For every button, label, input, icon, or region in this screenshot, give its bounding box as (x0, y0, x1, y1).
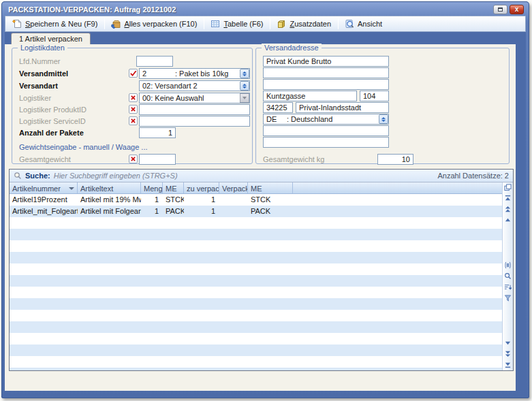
address-group-label: Versandadresse (262, 44, 322, 52)
cell-artikelnummer: Artikel_mit_Folgeartikel (10, 206, 78, 217)
tab-page: Logistikdaten Lfd.Nummer Versandmittel 2… (5, 44, 516, 391)
address-name1-input[interactable]: Privat Kunde Brutto (263, 56, 389, 67)
street-row: Kuntzgasse 104 (256, 91, 509, 101)
table-button[interactable]: Tabelle (F6) (206, 16, 268, 31)
cell-artikeltext: Artikel mit 19% MwSt. (78, 194, 141, 206)
dropdown-arrow-icon[interactable] (240, 93, 249, 103)
sort-icon[interactable] (504, 283, 512, 291)
tab-artikel-verpacken[interactable]: 1 Artikel verpacken (11, 33, 91, 44)
address-name3-input[interactable] (263, 79, 389, 90)
total-weight-label: Gesamtgewicht kg (263, 155, 324, 163)
previous-row-icon[interactable] (504, 216, 512, 224)
street-input[interactable]: Kuntzgasse (263, 91, 357, 101)
zip-input[interactable]: 34225 (263, 102, 293, 113)
cell-artikeltext: Artikel mit Folgeartikel (78, 206, 141, 217)
address-extra2-input[interactable] (263, 137, 389, 148)
restore-button[interactable] (493, 5, 507, 14)
spinner-icon[interactable] (240, 81, 249, 91)
next-page-icon[interactable] (504, 350, 512, 357)
produktid-clear-button[interactable] (129, 105, 138, 114)
gesamtgewicht-clear-button[interactable] (129, 155, 138, 163)
anzahl-pakete-input[interactable]: 1 (139, 127, 176, 138)
total-weight-row: Gesamtgewicht kg 10 (256, 154, 509, 165)
extra-data-button[interactable]: Zusatzdaten (272, 16, 336, 31)
toolbar-separator (338, 18, 339, 29)
versandart-combo[interactable]: 02: Versandart 2 (139, 80, 250, 91)
grid-search-row: Suche: Hier Suchbegriff eingeben (STRG+S… (10, 170, 513, 182)
extra-data-label: Zusatzdaten (290, 20, 331, 28)
produktid-label: Logistiker ProduktID (19, 106, 87, 114)
spinner-icon[interactable] (379, 114, 388, 124)
tab-strip: 1 Artikel verpacken (5, 32, 526, 44)
column-header-me2[interactable]: ME (248, 182, 293, 193)
pack-all-button[interactable]: Alles verpacken (F10) (107, 16, 202, 31)
column-header-me[interactable]: ME (163, 182, 184, 193)
next-row-icon[interactable] (504, 339, 512, 347)
save-new-icon (12, 18, 22, 29)
field-versandmittel: Versandmittel 2 : Paket bis 10kg (12, 68, 252, 79)
city-row: 34225 Privat-Inlandsstadt (256, 102, 509, 113)
toolbar-separator (104, 18, 105, 29)
column-header-filler (293, 182, 502, 193)
column-header-artikelnummer[interactable]: Artikelnummer (10, 182, 78, 193)
country-combo[interactable]: DE : Deutschland (263, 114, 389, 125)
city-input[interactable]: Privat-Inlandsstadt (296, 102, 389, 113)
serviceid-input[interactable] (139, 116, 250, 127)
produktid-input[interactable] (139, 104, 250, 115)
show-panels-icon[interactable] (504, 261, 512, 269)
versandmittel-text: : Paket bis 10kg (175, 69, 240, 78)
column-header-artikeltext[interactable]: Artikeltext (78, 182, 141, 193)
field-logistiker-serviceid: Logistiker ServiceID (12, 116, 252, 127)
save-new-button[interactable]: Speichern & Neu (F9) (8, 16, 102, 31)
close-icon: x (515, 6, 519, 13)
cell-verpackt (219, 206, 248, 217)
extra-data-icon (276, 18, 287, 29)
previous-page-icon[interactable] (504, 206, 512, 213)
address-extra1-input[interactable] (263, 125, 389, 136)
cell-menge: 1 (141, 206, 163, 217)
sort-indicator-icon[interactable] (69, 187, 74, 190)
spinner-icon[interactable] (240, 69, 249, 78)
cell-me: PACK (163, 206, 184, 217)
cell-me: STCK (163, 194, 184, 206)
house-number-input[interactable]: 104 (360, 91, 389, 101)
last-row-icon[interactable] (504, 361, 512, 368)
cell-verpackt (219, 194, 248, 206)
lfd-nummer-input[interactable] (136, 56, 173, 67)
pack-all-label: Alles verpacken (F10) (124, 20, 197, 28)
gesamtgewicht-input[interactable] (139, 154, 176, 165)
table-row[interactable]: Artikel19Prozent Artikel mit 19% MwSt. 1… (10, 194, 502, 206)
article-grid: Suche: Hier Suchbegriff eingeben (STRG+S… (9, 169, 514, 371)
total-weight-input[interactable]: 10 (377, 154, 413, 165)
pack-all-icon (110, 18, 121, 29)
search-input[interactable]: Hier Suchbegriff eingeben (STRG+S) (54, 172, 435, 180)
serviceid-label: Logistiker ServiceID (19, 117, 86, 125)
anzahl-pakete-label: Anzahl der Pakete (19, 129, 84, 137)
x-icon (130, 118, 136, 124)
column-header-zu-verpacken[interactable]: zu verpacke (184, 182, 219, 193)
search-icon[interactable] (504, 272, 512, 280)
cell-me2: STCK (248, 194, 293, 206)
close-button[interactable]: x (510, 5, 524, 14)
logistiker-text: 00: Keine Auswahl (142, 94, 240, 102)
search-icon (14, 172, 22, 180)
filter-icon[interactable] (504, 294, 512, 302)
lfd-nummer-label: Lfd.Nummer (19, 57, 61, 65)
grid-empty-rows (10, 217, 502, 370)
table-row[interactable]: Artikel_mit_Folgeartikel Artikel mit Fol… (10, 206, 502, 217)
column-header-verpackt[interactable]: Verpackt (219, 182, 248, 193)
serviceid-clear-button[interactable] (129, 116, 138, 125)
search-label: Suche: (25, 172, 50, 180)
versandmittel-combo[interactable]: 2 : Paket bis 10kg (139, 68, 250, 79)
logistiker-clear-button[interactable] (129, 93, 138, 102)
view-button[interactable]: Ansicht (341, 16, 387, 31)
column-header-menge[interactable]: Menge (141, 182, 163, 193)
logistiker-combo[interactable]: 00: Keine Auswahl (139, 93, 250, 103)
column-chooser-icon[interactable] (504, 184, 512, 191)
address-name2-input[interactable] (263, 67, 389, 78)
first-row-icon[interactable] (504, 195, 512, 202)
grid-navigator (502, 182, 513, 370)
weight-entry-heading[interactable]: Gewichtseingabe - manuell / Waage ... (19, 143, 148, 151)
x-icon (130, 95, 136, 101)
versandmittel-check-button[interactable] (129, 69, 138, 78)
